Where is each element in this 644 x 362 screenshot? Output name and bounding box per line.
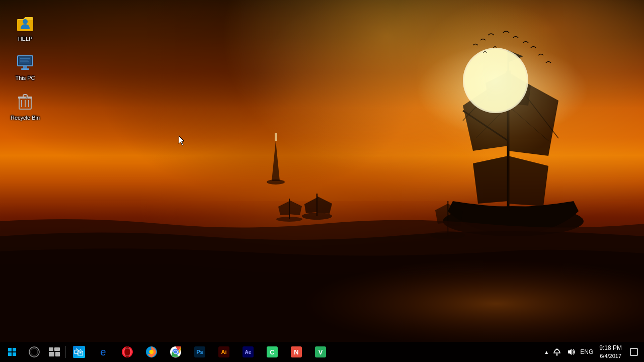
svg-point-45 [149,350,154,354]
svg-rect-25 [21,68,29,70]
task-view-button[interactable] [44,342,64,362]
svg-rect-38 [54,347,60,351]
svg-rect-52 [630,348,637,355]
firefox-icon [145,346,157,358]
taskbar-app-chrome[interactable] [164,342,188,362]
svg-rect-37 [49,347,53,351]
svg-rect-31 [18,97,32,99]
help-icon-label: HELP [18,35,33,42]
svg-point-36 [31,348,38,355]
tray-speaker-icon-button[interactable] [564,342,578,362]
taskbar-app-10[interactable]: V [308,342,333,362]
taskbar-app-firefox[interactable] [139,342,164,362]
illustrator-icon: Ai [218,346,229,357]
opera-icon [121,346,133,358]
desktop-icon-this-pc[interactable]: This PC [5,49,45,84]
clock-area[interactable]: 9:18 PM 6/4/2017 [595,342,626,362]
edge-icon: e [97,346,109,358]
clock-date: 6/4/2017 [600,352,621,360]
cortana-search-button[interactable] [24,342,44,362]
svg-rect-40 [55,352,60,356]
taskbar-app-edge[interactable]: e [91,342,115,362]
svg-point-21 [23,19,28,24]
desktop-icon-recycle-bin[interactable]: Recycle Bin [5,89,45,124]
clock-time: 9:18 PM [599,344,622,352]
app9-icon: N [291,346,302,357]
speaker-icon [567,348,575,356]
svg-rect-39 [49,352,54,356]
camo-icon: C [267,346,278,357]
svg-point-9 [430,231,465,239]
search-circle-icon [29,346,40,357]
tray-expand-button[interactable]: ▲ [543,342,550,362]
ship-silhouette [403,40,594,251]
svg-point-51 [556,354,558,356]
thispc-icon [15,52,35,72]
tray-expand-icon: ▲ [544,349,549,355]
language-label: ENG [580,348,593,355]
desktop-icons: HELP This PC [0,5,50,133]
taskbar-app-camo[interactable]: C [260,342,284,362]
task-view-icon [49,347,60,356]
desktop-icon-help[interactable]: HELP [5,10,45,45]
recycle-bin-icon-label: Recycle Bin [11,114,40,121]
help-icon [15,13,35,33]
recycle-bin-icon [15,92,35,112]
taskbar-app-aftereffects[interactable]: Ae [236,342,260,362]
photoshop-icon: Ps [194,346,205,357]
taskbar-left: 🛍 e [0,342,333,362]
taskbar-separator-1 [65,346,66,358]
taskbar-app-photoshop[interactable]: Ps [188,342,212,362]
svg-point-49 [174,350,178,354]
language-selector[interactable]: ENG [578,342,595,362]
taskbar-app-illustrator[interactable]: Ai [212,342,236,362]
tray-network-icon-button[interactable] [550,342,564,362]
chrome-icon [170,346,182,358]
store-icon: 🛍 [73,346,85,358]
aftereffects-icon: Ae [243,346,254,357]
svg-rect-29 [20,61,29,62]
taskbar-app-opera[interactable] [115,342,139,362]
svg-rect-27 [20,58,30,59]
desktop: HELP This PC [0,0,644,362]
thispc-icon-label: This PC [15,74,35,81]
app10-icon: V [315,346,326,357]
action-center-button[interactable] [626,342,642,362]
start-button[interactable] [0,342,24,362]
taskbar-app-9[interactable]: N [284,342,308,362]
taskbar-right: ▲ [543,342,644,362]
network-icon [553,348,561,356]
svg-rect-28 [20,60,28,61]
taskbar-app-store[interactable]: 🛍 [67,342,91,362]
system-tray: ▲ [543,342,642,362]
notification-icon [630,348,638,356]
taskbar: 🛍 e [0,342,644,362]
windows-logo-icon [8,348,16,356]
